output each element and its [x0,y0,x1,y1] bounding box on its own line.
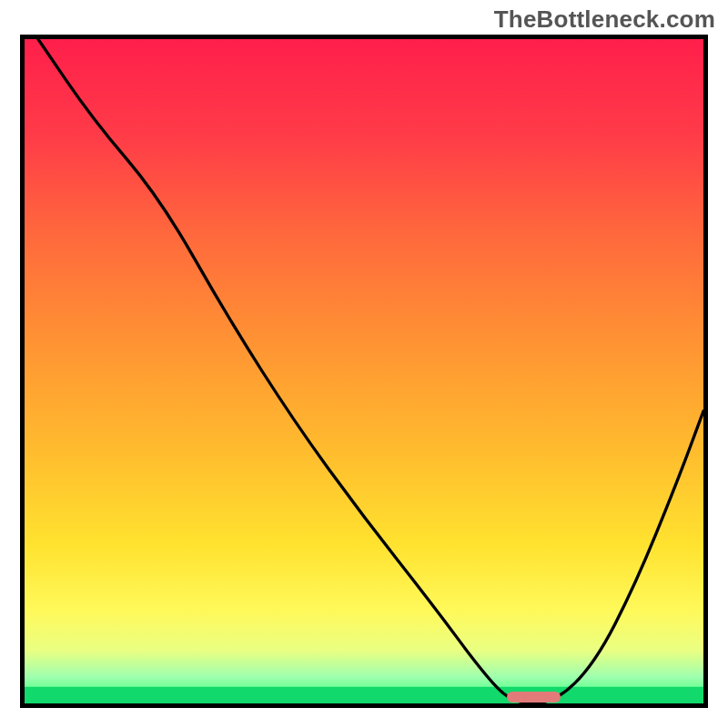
curve-svg [25,39,703,703]
bottleneck-curve [38,39,703,703]
chart-frame: TheBottleneck.com [0,0,728,728]
watermark-text: TheBottleneck.com [494,5,715,34]
plot-area [25,39,703,703]
plot-border [20,35,708,708]
